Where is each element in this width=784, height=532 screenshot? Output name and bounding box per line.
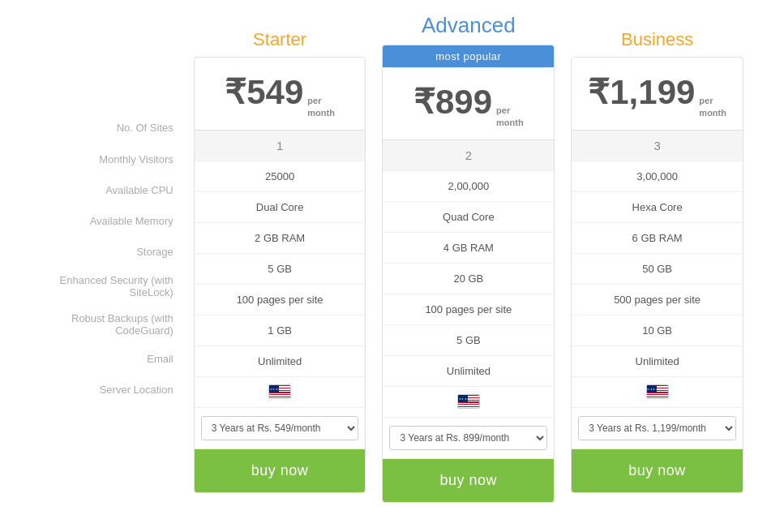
advanced-features: 2 2,00,000 Quad Core 4 GB RAM 20 GB 100 … <box>383 140 554 459</box>
advanced-price-value: ₹899 <box>413 82 492 122</box>
advanced-title: Advanced <box>422 13 516 38</box>
starter-backups: 1 GB <box>195 315 366 346</box>
starter-plan: Starter ₹549 permonth 1 25000 Dual Core … <box>194 29 366 493</box>
label-sites: No. Of Sites <box>32 112 182 144</box>
plans-container: No. Of Sites Monthly Visitors Available … <box>32 29 752 503</box>
starter-storage: 5 GB <box>195 254 366 285</box>
advanced-dropdown[interactable]: 3 Years at Rs. 899/month <box>389 426 547 450</box>
advanced-security: 100 pages per site <box>383 294 554 325</box>
starter-features: 1 25000 Dual Core 2 GB RAM 5 GB 100 page… <box>195 131 366 449</box>
label-cpu: Available CPU <box>32 175 182 206</box>
advanced-buy-button[interactable]: buy now <box>383 459 554 502</box>
advanced-backups: 5 GB <box>383 325 554 356</box>
label-visitors: Monthly Visitors <box>32 144 182 175</box>
advanced-card: most popular ₹899 permonth 2 2,00,000 Qu… <box>382 45 555 503</box>
business-card: ₹1,199 permonth 3 3,00,000 Hexa Core 6 G… <box>571 57 743 493</box>
business-price: ₹1,199 permonth <box>588 72 726 118</box>
label-backups: Robust Backups (with CodeGuard) <box>32 306 182 344</box>
starter-title: Starter <box>253 29 306 50</box>
business-per-month: permonth <box>699 95 726 118</box>
starter-buy-button[interactable]: buy now <box>195 449 366 492</box>
starter-price: ₹549 permonth <box>225 72 335 118</box>
advanced-storage: 20 GB <box>383 264 554 294</box>
starter-cpu: Dual Core <box>195 192 366 223</box>
business-visitors: 3,00,000 <box>572 161 743 192</box>
business-plan: Business ₹1,199 permonth 3 3,00,000 Hexa… <box>571 29 743 493</box>
starter-sites: 1 <box>195 131 366 161</box>
advanced-price: ₹899 permonth <box>413 82 524 128</box>
business-memory: 6 GB RAM <box>572 223 743 254</box>
pricing-page: No. Of Sites Monthly Visitors Available … <box>0 13 784 519</box>
advanced-plan: Advanced most popular ₹899 permonth 2 2,… <box>382 13 555 503</box>
starter-flag: ★★★★★★★★★ <box>268 384 291 399</box>
label-location: Server Location <box>32 375 182 405</box>
advanced-email: Unlimited <box>383 356 554 387</box>
starter-security: 100 pages per site <box>195 285 366 315</box>
label-security: Enhanced Security (with SiteLock) <box>32 268 182 306</box>
starter-dropdown-row[interactable]: 3 Years at Rs. 549/month <box>195 408 366 449</box>
business-dropdown[interactable]: 3 Years at Rs. 1,199/month <box>578 416 736 440</box>
label-storage: Storage <box>32 237 182 268</box>
advanced-per-month: permonth <box>496 105 524 128</box>
advanced-cpu: Quad Core <box>383 202 554 233</box>
business-title: Business <box>621 29 693 50</box>
popular-banner: most popular <box>383 45 554 67</box>
starter-price-section: ₹549 permonth <box>195 58 366 131</box>
business-email: Unlimited <box>572 346 743 377</box>
advanced-memory: 4 GB RAM <box>383 233 554 264</box>
advanced-location: ★★★★★★★★★ <box>383 387 554 418</box>
label-email: Email <box>32 344 182 375</box>
business-cpu: Hexa Core <box>572 192 743 223</box>
starter-memory: 2 GB RAM <box>195 223 366 254</box>
advanced-price-section: ₹899 permonth <box>383 67 554 140</box>
starter-card: ₹549 permonth 1 25000 Dual Core 2 GB RAM… <box>194 57 366 493</box>
advanced-sites: 2 <box>383 140 554 171</box>
business-price-section: ₹1,199 permonth <box>572 58 743 131</box>
business-backups: 10 GB <box>572 315 743 346</box>
business-features: 3 3,00,000 Hexa Core 6 GB RAM 50 GB 500 … <box>572 131 743 449</box>
label-column: No. Of Sites Monthly Visitors Available … <box>32 112 182 448</box>
starter-visitors: 25000 <box>195 161 366 192</box>
business-storage: 50 GB <box>572 254 743 285</box>
business-buy-button[interactable]: buy now <box>572 449 743 492</box>
business-dropdown-row[interactable]: 3 Years at Rs. 1,199/month <box>572 408 743 449</box>
advanced-flag: ★★★★★★★★★ <box>457 394 480 409</box>
starter-price-value: ₹549 <box>225 72 303 112</box>
starter-email: Unlimited <box>195 346 366 377</box>
starter-location: ★★★★★★★★★ <box>195 377 366 408</box>
advanced-visitors: 2,00,000 <box>383 171 554 202</box>
business-sites: 3 <box>572 131 743 161</box>
label-memory: Available Memory <box>32 206 182 237</box>
business-price-value: ₹1,199 <box>588 72 695 112</box>
starter-dropdown[interactable]: 3 Years at Rs. 549/month <box>201 416 359 440</box>
business-security: 500 pages per site <box>572 285 743 315</box>
business-flag: ★★★★★★★★★ <box>646 384 669 399</box>
label-dropdown-spacer <box>32 405 182 448</box>
business-location: ★★★★★★★★★ <box>572 377 743 408</box>
starter-per-month: permonth <box>307 95 335 118</box>
advanced-dropdown-row[interactable]: 3 Years at Rs. 899/month <box>383 418 554 459</box>
